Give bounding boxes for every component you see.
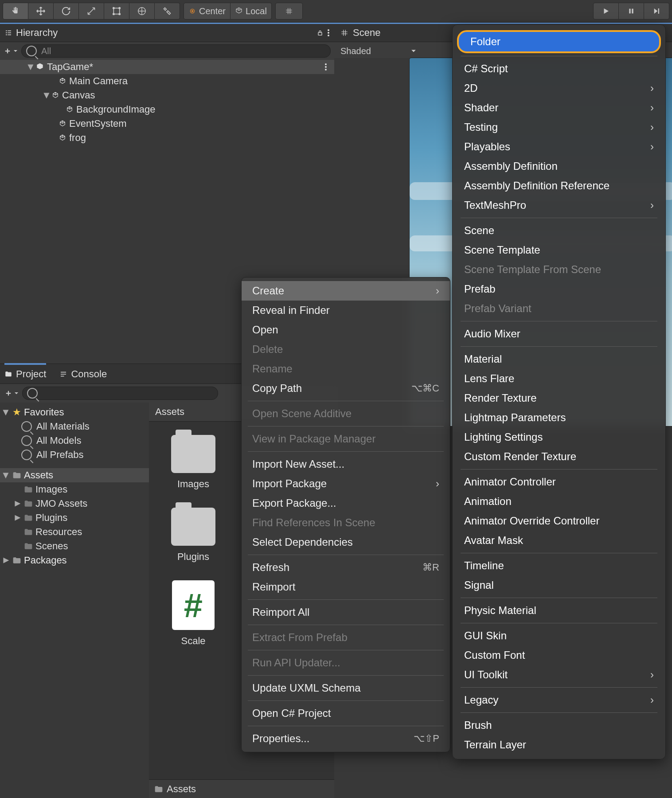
chevron-down-icon[interactable]: ▼ xyxy=(27,61,35,73)
packages-header[interactable]: ▼ Packages xyxy=(0,553,149,567)
create-menu-item[interactable]: Lighting Settings xyxy=(453,427,665,447)
menu-item-label: Refresh xyxy=(252,561,289,574)
create-menu-item[interactable]: Assembly Definition Reference xyxy=(453,176,665,196)
create-menu-item[interactable]: Material xyxy=(453,349,665,369)
hierarchy-item[interactable]: BackgroundImage xyxy=(0,102,334,117)
asset-folder-item[interactable]: Images xyxy=(0,482,149,497)
create-menu-item[interactable]: Scene Template xyxy=(453,240,665,260)
pivot-center[interactable]: Center xyxy=(184,3,231,20)
tab-console[interactable]: Console xyxy=(59,365,107,383)
scale-tool[interactable] xyxy=(79,3,104,20)
project-create-dropdown[interactable] xyxy=(4,389,19,397)
context-menu-item[interactable]: Update UXML Schema xyxy=(242,678,450,698)
context-menu-item[interactable]: Export Package... xyxy=(242,493,450,513)
hierarchy-item[interactable]: EventSystem xyxy=(0,117,334,131)
rect-tool[interactable] xyxy=(104,3,129,20)
step-button[interactable] xyxy=(644,3,669,20)
create-menu-item[interactable]: Audio Mixer xyxy=(453,324,665,344)
create-menu-item[interactable]: Animator Controller xyxy=(453,472,665,492)
context-menu-item[interactable]: Refresh⌘R xyxy=(242,558,450,577)
context-menu-item[interactable]: Reimport xyxy=(242,577,450,597)
create-menu-item[interactable]: UI Toolkit› xyxy=(453,665,665,685)
create-menu-item[interactable]: Playables› xyxy=(453,137,665,156)
pivot-local[interactable]: Local xyxy=(231,3,272,20)
create-menu-item[interactable]: Render Texture xyxy=(453,388,665,408)
project-search[interactable] xyxy=(22,387,218,400)
create-menu-item[interactable]: Brush xyxy=(453,716,665,735)
context-menu-item[interactable]: Select Dependencies xyxy=(242,532,450,552)
favorite-item[interactable]: All Materials xyxy=(0,419,149,434)
create-menu-item[interactable]: Animation xyxy=(453,492,665,511)
asset-tile[interactable]: #Scale xyxy=(158,580,229,647)
create-menu-item[interactable]: Shader› xyxy=(453,98,665,117)
context-menu-item[interactable]: Open xyxy=(242,320,450,340)
create-menu-item[interactable]: Physic Material xyxy=(453,601,665,620)
create-menu-item[interactable]: Custom Font xyxy=(453,645,665,665)
lock-icon[interactable] xyxy=(316,29,324,36)
hand-tool[interactable] xyxy=(3,3,28,20)
chevron-down-icon[interactable]: ▼ xyxy=(43,90,51,101)
asset-folder-item[interactable]: ▼Plugins xyxy=(0,511,149,525)
move-tool[interactable] xyxy=(28,3,54,20)
hierarchy-item[interactable]: ▼Canvas xyxy=(0,88,334,102)
create-menu-item[interactable]: Avatar Mask xyxy=(453,531,665,550)
create-menu-item[interactable]: 2D› xyxy=(453,78,665,98)
kebab-icon[interactable] xyxy=(327,29,330,37)
create-menu-item[interactable]: Custom Render Texture xyxy=(453,447,665,466)
create-menu-item[interactable]: Scene xyxy=(453,221,665,240)
create-menu-item[interactable]: Lightmap Parameters xyxy=(453,408,665,427)
chevron-right-icon[interactable]: ▼ xyxy=(12,514,23,522)
hierarchy-item[interactable]: frog xyxy=(0,131,334,145)
chevron-right-icon[interactable]: ▼ xyxy=(0,556,12,564)
hierarchy-item[interactable]: Main Camera xyxy=(0,74,334,88)
menu-item-label: Create xyxy=(252,285,284,297)
kebab-icon[interactable] xyxy=(324,63,327,71)
chevron-right-icon[interactable]: ▼ xyxy=(12,500,23,508)
custom-tools[interactable] xyxy=(155,3,180,20)
create-menu-item[interactable]: Testing› xyxy=(453,117,665,137)
asset-folder-item[interactable]: Resources xyxy=(0,525,149,539)
create-menu-item[interactable]: Folder xyxy=(457,30,661,53)
grid-snap[interactable] xyxy=(275,3,303,20)
tab-project[interactable]: Project xyxy=(4,363,46,383)
create-menu-item[interactable]: Timeline xyxy=(453,556,665,575)
create-menu-item[interactable]: Lens Flare xyxy=(453,369,665,388)
create-menu-item[interactable]: Prefab xyxy=(453,279,665,299)
context-menu-item[interactable]: Import New Asset... xyxy=(242,454,450,474)
hierarchy-create-dropdown[interactable] xyxy=(4,47,18,55)
create-menu-item[interactable]: Legacy› xyxy=(453,690,665,710)
context-menu-item[interactable]: Import Package› xyxy=(242,474,450,493)
play-button[interactable] xyxy=(593,3,619,20)
asset-folder-item[interactable]: ▼JMO Assets xyxy=(0,497,149,511)
context-menu-item[interactable]: Create› xyxy=(242,281,450,301)
create-menu-item[interactable]: Assembly Definition xyxy=(453,156,665,176)
breadcrumb[interactable]: Assets xyxy=(149,779,334,798)
hierarchy-scene-row[interactable]: ▼ TapGame* xyxy=(0,60,334,74)
pause-button[interactable] xyxy=(619,3,644,20)
rotate-tool[interactable] xyxy=(54,3,79,20)
asset-tile[interactable]: Images xyxy=(158,435,229,490)
create-menu-item[interactable]: Signal xyxy=(453,575,665,595)
favorite-item[interactable]: All Prefabs xyxy=(0,448,149,462)
hierarchy-search[interactable]: All xyxy=(21,44,331,58)
create-menu-item[interactable]: C# Script xyxy=(453,59,665,78)
context-menu-item[interactable]: Reveal in Finder xyxy=(242,301,450,320)
transform-tool[interactable] xyxy=(129,3,155,20)
chevron-down-icon[interactable]: ▼ xyxy=(2,469,10,481)
asset-tile[interactable]: Plugins xyxy=(158,508,229,563)
assets-header[interactable]: ▼ Assets xyxy=(0,468,149,482)
hierarchy-tab[interactable]: Hierarchy xyxy=(0,23,334,42)
context-menu-item[interactable]: Properties...⌥⇧P xyxy=(242,729,450,748)
create-menu-item[interactable]: GUI Skin xyxy=(453,626,665,645)
asset-folder-item[interactable]: Scenes xyxy=(0,539,149,553)
create-menu-item[interactable]: Animator Override Controller xyxy=(453,511,665,531)
context-menu-item[interactable]: Open C# Project xyxy=(242,704,450,723)
create-menu-item[interactable]: Terrain Layer xyxy=(453,735,665,755)
favorite-item[interactable]: All Models xyxy=(0,434,149,448)
draw-mode-dropdown[interactable]: Shaded xyxy=(340,46,416,56)
context-menu-item[interactable]: Copy Path⌥⌘C xyxy=(242,379,450,398)
context-menu-item[interactable]: Reimport All xyxy=(242,602,450,622)
create-menu-item[interactable]: TextMeshPro› xyxy=(453,196,665,215)
chevron-down-icon[interactable]: ▼ xyxy=(2,407,10,418)
favorites-header[interactable]: ▼ ★ Favorites xyxy=(0,405,149,419)
